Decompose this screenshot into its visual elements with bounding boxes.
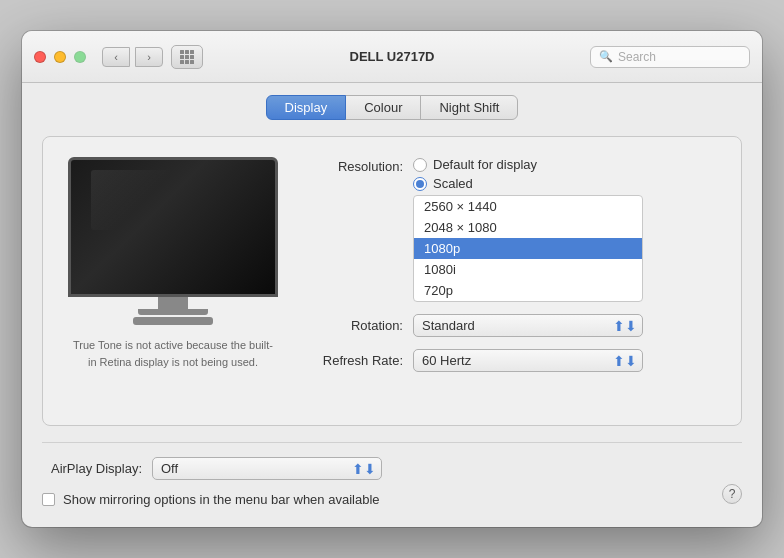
content: Display Colour Night Shift True Tone is …	[22, 83, 762, 527]
back-button[interactable]: ‹	[102, 47, 130, 67]
grid-button[interactable]	[171, 45, 203, 69]
mirror-checkbox-row: Show mirroring options in the menu bar w…	[42, 492, 380, 507]
tab-display[interactable]: Display	[266, 95, 347, 120]
resolution-default-label: Default for display	[433, 157, 537, 172]
checkbox-row: Show mirroring options in the menu bar w…	[42, 480, 742, 507]
radio-scaled[interactable]	[413, 177, 427, 191]
monitor-caption: True Tone is not active because the buil…	[73, 337, 273, 370]
resolution-item-0[interactable]: 2560 × 1440	[414, 196, 642, 217]
tab-night-shift[interactable]: Night Shift	[420, 95, 518, 120]
monitor-base	[133, 317, 213, 325]
radio-default[interactable]	[413, 158, 427, 172]
monitor-section: True Tone is not active because the buil…	[63, 157, 283, 405]
rotation-select-wrapper: Standard90°180°270° ⬆⬇	[413, 314, 643, 337]
resolution-controls: Default for display Scaled 2560 × 1440 2…	[413, 157, 721, 302]
search-icon: 🔍	[599, 50, 613, 63]
resolution-item-3[interactable]: 1080i	[414, 259, 642, 280]
resolution-label: Resolution:	[303, 157, 403, 174]
titlebar: ‹ › DELL U2717D 🔍 Search	[22, 31, 762, 83]
help-button[interactable]: ?	[722, 484, 742, 504]
resolution-list[interactable]: 2560 × 1440 2048 × 1080 1080p 1080i 720p	[413, 195, 643, 302]
resolution-item-1[interactable]: 2048 × 1080	[414, 217, 642, 238]
grid-icon	[180, 50, 194, 64]
rotation-label: Rotation:	[303, 318, 403, 333]
nav-buttons: ‹ ›	[102, 47, 163, 67]
airplay-select[interactable]: OffApple TV	[152, 457, 382, 480]
resolution-scaled-label: Scaled	[433, 176, 473, 191]
refresh-rate-select[interactable]: 60 Hertz30 Hertz	[413, 349, 643, 372]
refresh-rate-label: Refresh Rate:	[303, 353, 403, 368]
mirror-checkbox[interactable]	[42, 493, 55, 506]
resolution-default-option[interactable]: Default for display	[413, 157, 721, 172]
minimize-button[interactable]	[54, 51, 66, 63]
resolution-item-4[interactable]: 720p	[414, 280, 642, 301]
search-placeholder: Search	[618, 50, 656, 64]
settings-section: Resolution: Default for display Scaled 2…	[303, 157, 721, 405]
resolution-row: Resolution: Default for display Scaled 2…	[303, 157, 721, 302]
maximize-button[interactable]	[74, 51, 86, 63]
monitor-stand	[158, 297, 188, 315]
tab-colour[interactable]: Colour	[345, 95, 421, 120]
search-box[interactable]: 🔍 Search	[590, 46, 750, 68]
close-button[interactable]	[34, 51, 46, 63]
main-window: ‹ › DELL U2717D 🔍 Search Display Colour …	[22, 31, 762, 527]
refresh-rate-row: Refresh Rate: 60 Hertz30 Hertz ⬆⬇	[303, 349, 721, 372]
tab-bar: Display Colour Night Shift	[42, 95, 742, 120]
refresh-rate-select-wrapper: 60 Hertz30 Hertz ⬆⬇	[413, 349, 643, 372]
resolution-item-2[interactable]: 1080p	[414, 238, 642, 259]
bottom-section: AirPlay Display: OffApple TV ⬆⬇	[42, 442, 742, 480]
mirror-checkbox-label: Show mirroring options in the menu bar w…	[63, 492, 380, 507]
resolution-scaled-option[interactable]: Scaled	[413, 176, 721, 191]
rotation-row: Rotation: Standard90°180°270° ⬆⬇	[303, 314, 721, 337]
monitor-display	[68, 157, 278, 297]
window-title: DELL U2717D	[349, 49, 434, 64]
forward-button[interactable]: ›	[135, 47, 163, 67]
rotation-select[interactable]: Standard90°180°270°	[413, 314, 643, 337]
airplay-label: AirPlay Display:	[42, 461, 142, 476]
main-panel: True Tone is not active because the buil…	[42, 136, 742, 426]
airplay-select-wrapper: OffApple TV ⬆⬇	[152, 457, 382, 480]
traffic-lights	[34, 51, 86, 63]
